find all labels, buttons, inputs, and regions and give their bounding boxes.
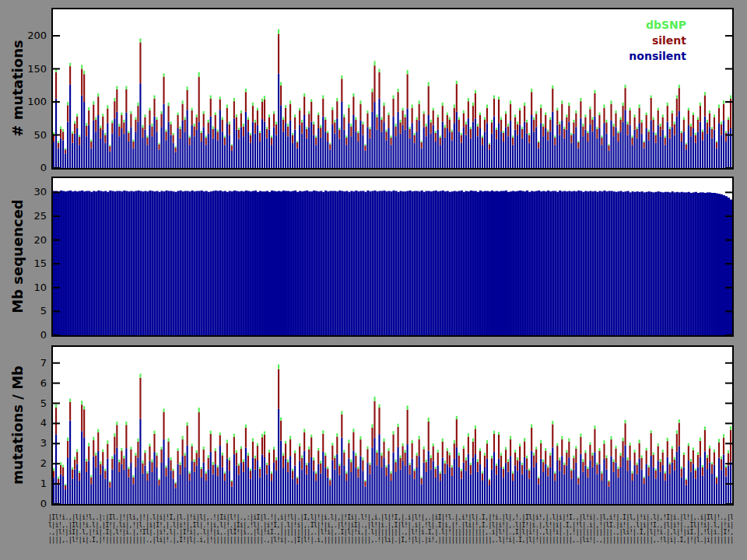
legend-item-dbsnp: dbSNP: [629, 17, 686, 33]
series-mb-bars: [53, 191, 732, 335]
y-tick-label: 50: [8, 129, 47, 142]
legend-label-dbsnp: dbSNP: [646, 19, 686, 31]
sample-name-labels: |Il!i.,|l|i!l,.|:|Il.|!|li,|!|.l|i|!I,|l…: [48, 514, 733, 544]
y-tick-label: 5: [8, 397, 47, 410]
panel-mutations-per-mb: [51, 345, 734, 506]
sample-label-row: ||||,.|l!|i|.I,|!||||||||||||.,|li|!.|,I…: [48, 537, 733, 544]
y-tick-label: 1: [8, 478, 47, 490]
y-tick-label: 7: [8, 357, 47, 369]
legend: dbSNP silent nonsilent: [629, 17, 686, 64]
y-tick-label: 25: [8, 210, 47, 222]
y-tick-label: 6: [8, 377, 47, 390]
y-tick-label: 100: [8, 96, 47, 108]
sample-label-row: l|i!,.|Il|!i.l|,|I!|.li|,!|l.|i|I!,|.l|i…: [48, 522, 733, 530]
sample-label-row: .,|l!|iI|.l,|!i|.I|,l!|i.|,!Il|.|i!,l|.|…: [48, 529, 733, 537]
y-tick-label: 3: [8, 437, 47, 450]
y-tick-label: 4: [8, 417, 47, 429]
y-tick-label: 2: [8, 457, 47, 470]
y-tick-label: 5: [8, 305, 47, 317]
mutations-per-mb-plot: [53, 347, 732, 504]
y-tick-label: 150: [8, 63, 47, 75]
sample-label-row: |Il!i.,|l|i!l,.|:|Il.|!|li,|!|.l|i|!I,|l…: [48, 514, 733, 522]
y-tick-label: 30: [8, 186, 47, 198]
y-tick-label: 0: [8, 498, 47, 510]
y-tick-label: 0: [8, 329, 47, 341]
y-tick-label: 20: [8, 234, 47, 247]
y-tick-label: 10: [8, 282, 47, 294]
legend-item-silent: silent: [629, 33, 686, 48]
panel-mb-sequenced: [51, 177, 734, 337]
y-tick-label: 15: [8, 257, 47, 270]
legend-label-nonsilent: nonsilent: [629, 50, 686, 62]
y-tick-label: 200: [8, 30, 47, 42]
legend-item-nonsilent: nonsilent: [629, 48, 686, 64]
mb-sequenced-plot: [53, 178, 732, 335]
mutation-rate-figure: # mutations Mb sequenced mutations / Mb …: [0, 0, 747, 560]
y-tick-label: 0: [8, 162, 47, 174]
legend-label-silent: silent: [652, 34, 686, 47]
